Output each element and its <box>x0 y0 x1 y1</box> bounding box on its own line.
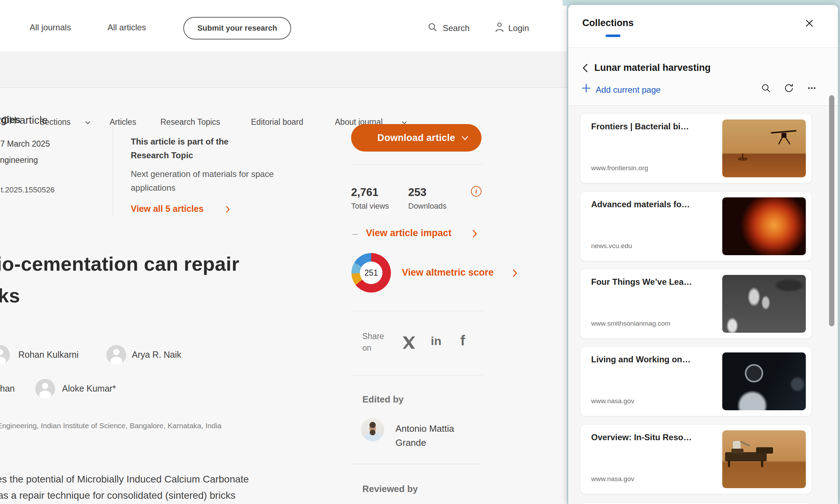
chevron-down-icon <box>85 120 91 125</box>
card-url: www.smithsonianmag.com <box>591 320 670 327</box>
author-avatar <box>35 379 55 399</box>
article-page: All journals All articles Submit your re… <box>0 0 567 504</box>
x-twitter-icon[interactable] <box>402 336 416 350</box>
author-name[interactable]: Aloke Kumar* <box>62 383 116 394</box>
chevron-right-icon <box>225 205 231 214</box>
view-all-articles-link[interactable]: View all 5 articles <box>131 204 204 214</box>
author-name[interactable]: Arya R. Naik <box>132 350 181 360</box>
author-avatar <box>106 345 126 365</box>
card-thumbnail-astronaut <box>722 352 806 410</box>
site-header: All journals All articles Submit your re… <box>0 0 567 51</box>
submit-research-label: Submit your research <box>197 24 277 32</box>
divider <box>351 164 483 165</box>
card-thumbnail-moon-surface <box>722 275 806 333</box>
abstract-line1: es the potential of Microbially Induced … <box>0 474 249 485</box>
download-article-button[interactable]: Download article <box>351 124 482 152</box>
nav-login[interactable]: Login <box>508 23 529 33</box>
card-url: www.nasa.gov <box>591 475 634 483</box>
facebook-icon[interactable]: f <box>460 333 465 349</box>
downloads-value: 253 <box>408 186 427 199</box>
download-article-label: Download article <box>378 133 455 143</box>
article-title-line1: io-cementation can repair <box>0 252 239 275</box>
card-title: Advanced materials fo… <box>591 199 690 209</box>
downloads-label: Downloads <box>408 202 447 211</box>
card-thumbnail-isru-equipment <box>722 430 806 488</box>
card-thumbnail-red-planet <box>722 197 806 255</box>
plus-icon[interactable] <box>581 83 591 93</box>
chevron-right-icon <box>512 269 518 278</box>
editor-name[interactable]: Antonio Mattia Grande <box>396 422 484 450</box>
card-title: Frontiers | Bacterial bi… <box>591 122 689 131</box>
search-icon[interactable] <box>427 22 438 32</box>
divider <box>113 125 113 216</box>
nav-editorial-board[interactable]: Editorial board <box>251 117 303 127</box>
close-icon[interactable] <box>804 18 815 29</box>
nav-research-topics[interactable]: Research Topics <box>160 117 220 127</box>
author-name[interactable]: Rohan Kulkarni <box>18 350 79 360</box>
search-icon[interactable] <box>761 83 771 93</box>
impact-dash: – <box>352 228 357 239</box>
card-title: Four Things We’ve Lea… <box>591 277 692 287</box>
nav-articles[interactable]: Articles <box>110 117 136 127</box>
collections-title: Collections <box>582 18 634 29</box>
refresh-icon[interactable] <box>784 83 795 93</box>
linkedin-icon[interactable]: in <box>431 334 441 348</box>
more-icon[interactable] <box>807 83 817 93</box>
card-url: www.nasa.gov <box>591 397 634 405</box>
research-topic-name[interactable]: Next generation of materials for space a… <box>131 167 296 195</box>
altmetric-badge[interactable]: 251 <box>351 253 391 293</box>
reviewed-by-heading: Reviewed by <box>362 484 418 494</box>
submit-research-button[interactable]: Submit your research <box>183 17 291 39</box>
view-article-impact-link[interactable]: View article impact <box>366 228 452 239</box>
article-title-line2: ks <box>0 284 20 307</box>
collection-card[interactable]: Advanced materials fo… news.vcu.edu <box>580 191 812 261</box>
info-icon[interactable]: i <box>471 186 482 197</box>
total-views-label: Total views <box>351 202 389 211</box>
card-title: Overview: In-Situ Reso… <box>591 432 692 442</box>
abstract-line2: as a repair technique for consolidated (… <box>0 490 235 501</box>
collections-header: Collections <box>568 5 838 48</box>
collection-card[interactable]: Overview: In-Situ Reso… www.nasa.gov <box>580 424 812 494</box>
chevron-down-icon <box>461 135 469 141</box>
total-views-value: 2,761 <box>351 186 379 199</box>
card-title: Living and Working on… <box>591 355 691 364</box>
altmetric-score: 251 <box>360 262 382 284</box>
research-topic-intro: This article is part of the Research Top… <box>131 135 251 162</box>
screen: All journals All articles Submit your re… <box>0 0 840 504</box>
panel-scrollbar[interactable] <box>829 95 834 326</box>
journal-nav: gies Sections Articles Research Topics E… <box>0 51 567 88</box>
journal-fragment: ngineering <box>0 155 38 165</box>
doi-fragment: t.2025.1550526 <box>1 185 55 195</box>
card-thumbnail-mars-helicopter <box>722 119 806 177</box>
editor-avatar <box>361 418 384 441</box>
collection-card[interactable]: Four Things We’ve Lea… www.smithsonianma… <box>580 269 812 339</box>
author-name-fragment: han <box>0 383 15 394</box>
chevron-right-icon <box>472 229 478 238</box>
collections-panel: Collections Lunar material harvesting Ad… <box>568 5 838 504</box>
card-url: news.vcu.edu <box>591 242 632 250</box>
collection-card[interactable]: Frontiers | Bacterial bi… www.frontiersi… <box>580 113 812 183</box>
divider <box>351 375 483 375</box>
back-icon[interactable] <box>581 62 590 74</box>
nav-all-articles[interactable]: All articles <box>108 23 146 32</box>
divider <box>351 464 483 464</box>
share-on-label: Share on <box>362 331 392 354</box>
active-tab-indicator <box>606 35 620 37</box>
collection-card-partial[interactable] <box>580 503 812 504</box>
add-current-page-link[interactable]: Add current page <box>596 85 661 95</box>
nav-all-journals[interactable]: All journals <box>30 23 71 32</box>
view-altmetric-score-link[interactable]: View altmetric score <box>402 267 494 278</box>
collection-card[interactable]: Living and Working on… www.nasa.gov <box>580 346 812 416</box>
article-date-fragment: 27 March 2025 <box>0 139 50 149</box>
author-avatar <box>0 345 10 365</box>
affiliation-text: Engineering, Indian Institute of Science… <box>0 422 221 430</box>
article-type-fragment: RCH article <box>0 114 48 126</box>
nav-search[interactable]: Search <box>443 23 470 33</box>
collection-name: Lunar material harvesting <box>594 62 711 73</box>
divider <box>351 311 483 311</box>
card-url: www.frontiersin.org <box>591 164 648 172</box>
edited-by-heading: Edited by <box>362 394 404 405</box>
collection-subheader: Lunar material harvesting Add current pa… <box>568 48 838 106</box>
user-icon[interactable] <box>494 21 505 33</box>
